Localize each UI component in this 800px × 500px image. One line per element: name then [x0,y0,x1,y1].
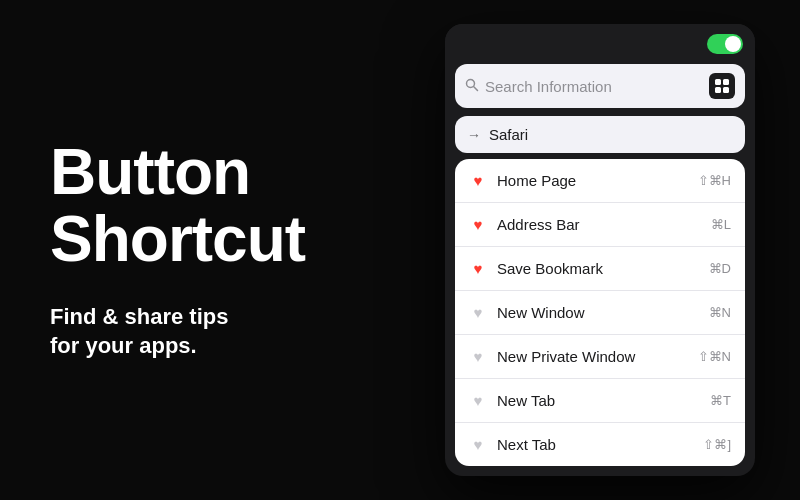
favorite-icon[interactable]: ♥ [469,348,487,365]
item-name: Save Bookmark [497,260,699,277]
item-name: New Private Window [497,348,688,365]
shortcut-key: ⇧⌘] [703,437,731,452]
item-name: Address Bar [497,216,701,233]
search-bar[interactable]: Search Information [455,64,745,108]
shortcut-key: ⌘D [709,261,731,276]
favorite-icon[interactable]: ♥ [469,304,487,321]
list-item[interactable]: ♥ Address Bar ⌘L [455,203,745,247]
list-item[interactable]: ♥ New Window ⌘N [455,291,745,335]
left-panel: Button Shortcut Find & share tipsfor you… [0,99,420,401]
item-name: Next Tab [497,436,693,453]
favorite-icon[interactable]: ♥ [469,260,487,277]
svg-rect-4 [715,87,721,93]
list-item[interactable]: ♥ Save Bookmark ⌘D [455,247,745,291]
item-name: New Tab [497,392,700,409]
safari-label: Safari [489,126,528,143]
shortcut-key: ⇧⌘N [698,349,731,364]
toggle-switch[interactable] [707,34,743,54]
favorite-icon[interactable]: ♥ [469,436,487,453]
arrow-icon: → [467,127,481,143]
shortcut-key: ⌘N [709,305,731,320]
shortcuts-list: ♥ Home Page ⇧⌘H ♥ Address Bar ⌘L ♥ Save … [455,159,745,466]
shortcut-key: ⌘T [710,393,731,408]
favorite-icon[interactable]: ♥ [469,216,487,233]
svg-rect-2 [715,79,721,85]
list-item[interactable]: ♥ New Private Window ⇧⌘N [455,335,745,379]
sub-headline: Find & share tipsfor your apps. [50,302,370,361]
shortcut-key: ⌘L [711,217,731,232]
svg-rect-5 [723,87,729,93]
main-headline: Button Shortcut [50,139,370,273]
item-name: New Window [497,304,699,321]
grid-icon[interactable] [709,73,735,99]
svg-line-1 [474,86,478,90]
list-item[interactable]: ♥ Next Tab ⇧⌘] [455,423,745,466]
favorite-icon[interactable]: ♥ [469,172,487,189]
search-placeholder-text: Search Information [485,78,703,95]
favorite-icon[interactable]: ♥ [469,392,487,409]
right-panel: Search Information → Safari ♥ Home Page … [420,0,800,500]
safari-row[interactable]: → Safari [455,116,745,153]
shortcut-key: ⇧⌘H [698,173,731,188]
toggle-bar [445,24,755,60]
list-item[interactable]: ♥ Home Page ⇧⌘H [455,159,745,203]
item-name: Home Page [497,172,688,189]
svg-rect-3 [723,79,729,85]
app-ui-preview: Search Information → Safari ♥ Home Page … [445,24,755,476]
search-icon [465,78,479,95]
list-item[interactable]: ♥ New Tab ⌘T [455,379,745,423]
